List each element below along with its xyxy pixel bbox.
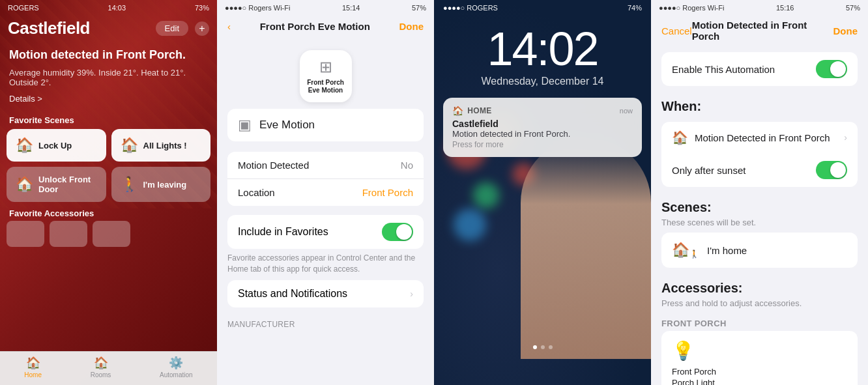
automation-tab-icon: ⚙️ — [169, 356, 183, 370]
automation-tab-label: Automation — [160, 371, 193, 378]
panel2-battery: 57% — [412, 4, 426, 12]
status-notifications-row[interactable]: Status and Notifications › — [227, 280, 424, 307]
lock-up-scene[interactable]: 🏠 Lock Up — [7, 129, 106, 162]
acc-thumb-1 — [7, 221, 44, 247]
favorites-section: Include in Favorites — [217, 211, 434, 250]
device-info-list: Motion Detected No Location Front Porch — [227, 152, 424, 206]
tab-bar: 🏠 Home 🏠 Rooms ⚙️ Automation — [0, 351, 217, 385]
enable-automation-toggle[interactable] — [816, 60, 847, 78]
eve-motion-sensor-icon: ▣ — [238, 117, 252, 134]
dot-3 — [549, 345, 553, 349]
unlock-front-door-scene[interactable]: 🏠 Unlock Front Door — [7, 167, 106, 202]
panel2-carrier: ●●●●○ Rogers Wi-Fi — [225, 4, 290, 12]
enable-automation-row: Enable This Automation — [661, 52, 858, 86]
accessories-section-header: Accessories: — [651, 273, 868, 298]
tab-home[interactable]: 🏠 Home — [24, 356, 42, 378]
motion-sensor-icon: ⊞ — [319, 58, 332, 76]
bokeh-light-2 — [473, 182, 499, 208]
im-home-label: I'm home — [707, 245, 747, 256]
acc-thumb-3 — [93, 221, 130, 247]
panel2-title: Front Porch Eve Motion — [260, 21, 370, 32]
panel3-carrier: ●●●●○ ROGERS — [443, 4, 498, 12]
notification-card[interactable]: 🏠 HOME now Castlefield Motion detected i… — [443, 98, 642, 157]
panel1-header: Castlefield Edit + — [0, 16, 217, 41]
all-lights-scene[interactable]: 🏠 All Lights ! — [111, 129, 211, 162]
device-icon-section: ⊞ Front Porch Eve Motion — [217, 37, 434, 109]
chevron-right-icon: › — [410, 289, 413, 299]
notification-title: Castlefield — [452, 119, 633, 129]
all-lights-label: All Lights ! — [143, 141, 187, 150]
done-button[interactable]: Done — [833, 25, 858, 36]
person-silhouette — [521, 137, 651, 359]
when-section-header: When: — [651, 91, 868, 117]
bokeh-light-3 — [454, 208, 486, 241]
panel3-status-bar: ●●●●○ ROGERS 74% — [434, 0, 651, 16]
only-after-sunset-toggle[interactable] — [816, 161, 847, 179]
panel-homekit-dashboard: ROGERS 14:03 73% Castlefield Edit + Moti… — [0, 0, 217, 385]
leaving-icon: 🚶 — [121, 176, 138, 193]
im-home-scene-card[interactable]: 🏠 🚶 I'm home — [661, 233, 858, 268]
panel2-done-button[interactable]: Done — [399, 21, 424, 32]
when-item-label: Motion Detected in Front Porch — [695, 132, 830, 143]
enable-automation-label: Enable This Automation — [672, 64, 775, 75]
panel4-nav: Cancel Motion Detected in Front Porch Do… — [651, 16, 868, 47]
device-icon-box: ⊞ Front Porch Eve Motion — [300, 50, 352, 102]
home-title: Castlefield — [8, 18, 90, 38]
favorite-scenes-title: Favorite Scenes — [0, 107, 217, 129]
panel4-carrier: ●●●●○ Rogers Wi-Fi — [659, 4, 724, 12]
home-app-icon: 🏠 — [452, 106, 463, 116]
notification-header: 🏠 HOME now — [452, 106, 633, 116]
when-item-icon-group: 🏠 Motion Detected in Front Porch — [672, 130, 830, 145]
home-tab-label: Home — [24, 371, 42, 378]
location-label: Location — [238, 187, 275, 198]
lock-up-label: Lock Up — [38, 141, 72, 150]
all-lights-icon: 🏠 — [121, 137, 138, 154]
details-link[interactable]: Details > — [0, 90, 217, 107]
favorites-description: Favorite accessories appear in Control C… — [217, 250, 434, 280]
header-buttons: Edit + — [156, 21, 209, 36]
porch-light-label: Front PorchPorch LightTurn On — [672, 367, 716, 385]
status-notifications-label: Status and Notifications — [238, 288, 347, 300]
when-item-row[interactable]: 🏠 Motion Detected in Front Porch › — [661, 122, 858, 153]
panel2-back-icon: ‹ — [227, 21, 231, 32]
when-section: 🏠 Motion Detected in Front Porch › Only … — [661, 122, 858, 187]
unlock-door-label: Unlock Front Door — [38, 175, 97, 194]
unlock-door-icon: 🏠 — [16, 176, 33, 193]
scene-walking-icon: 🚶 — [689, 250, 699, 259]
scenes-section-header: Scenes: — [651, 192, 868, 218]
motion-message: Motion detected in Front Porch. — [0, 41, 217, 65]
panel2-time: 15:14 — [342, 4, 360, 12]
include-favorites-toggle[interactable] — [382, 223, 413, 241]
panel1-status-bar: ROGERS 14:03 73% — [0, 0, 217, 16]
location-row[interactable]: Location Front Porch — [227, 179, 424, 206]
favorite-accessories-title: Favorite Accessories — [0, 202, 217, 221]
panel4-content: Enable This Automation When: 🏠 Motion De… — [651, 47, 868, 385]
home-orange-icon: 🏠 — [672, 130, 688, 145]
manufacturer-label: MANUFACTURER — [227, 320, 295, 329]
eve-motion-label: Eve Motion — [259, 119, 315, 132]
panel4-time: 15:16 — [776, 4, 794, 12]
eve-motion-name-row: ▣ Eve Motion — [227, 109, 424, 141]
only-after-sunset-row: Only after sunset — [661, 153, 858, 187]
notification-app-name: HOME — [467, 106, 491, 115]
cancel-button[interactable]: Cancel — [661, 25, 692, 36]
time-display: 14:03 — [108, 4, 126, 12]
tab-automation[interactable]: ⚙️ Automation — [160, 356, 193, 378]
add-button[interactable]: + — [195, 21, 209, 36]
porch-light-accessory-card[interactable]: 💡 Front PorchPorch LightTurn On — [661, 331, 858, 385]
accessories-section-sub: Press and hold to adjust accessories. — [651, 298, 868, 313]
rooms-tab-icon: 🏠 — [94, 356, 108, 370]
humidity-message: Average humidity 39%. Inside 21°. Heat t… — [0, 65, 217, 90]
edit-button[interactable]: Edit — [156, 21, 188, 36]
device-icon-label: Front Porch Eve Motion — [307, 79, 344, 94]
panel4-title: Motion Detected in Front Porch — [692, 20, 833, 42]
tab-rooms[interactable]: 🏠 Rooms — [91, 356, 111, 378]
im-leaving-scene[interactable]: 🚶 I'm leaving — [111, 167, 211, 202]
scene-grid: 🏠 Lock Up 🏠 All Lights ! 🏠 Unlock Front … — [0, 129, 217, 202]
notification-body: Motion detected in Front Porch. — [452, 129, 633, 139]
panel3-battery: 74% — [628, 4, 642, 12]
panel2-status-bar: ●●●●○ Rogers Wi-Fi 15:14 57% — [217, 0, 434, 16]
carrier-info: ROGERS — [8, 4, 39, 12]
leaving-label: I'm leaving — [143, 180, 187, 190]
notification-more: Press for more — [452, 140, 633, 149]
